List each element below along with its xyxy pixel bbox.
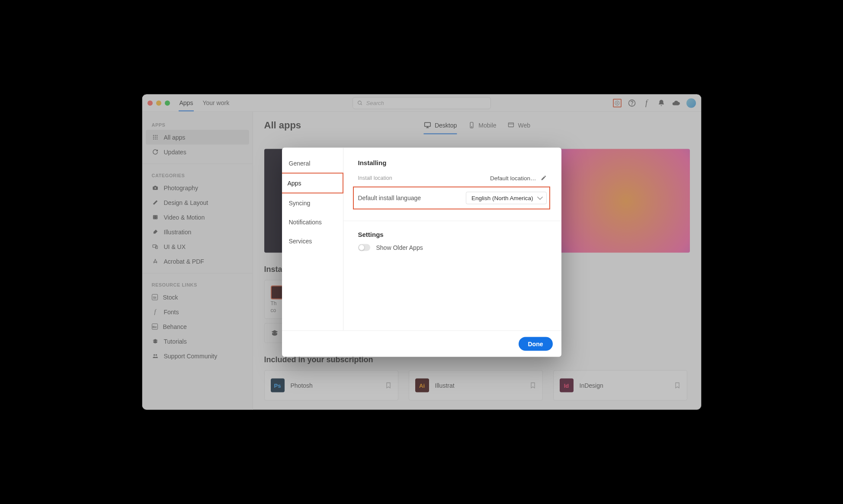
titlebar: Apps Your work f — [142, 95, 701, 112]
sidebar-item-tutorials[interactable]: Tutorials — [146, 334, 249, 349]
sidebar-item-label: UI & UX — [164, 243, 186, 250]
svg-point-4 — [631, 105, 632, 105]
close-window-icon[interactable] — [147, 100, 153, 105]
svg-line-1 — [361, 104, 362, 105]
svg-point-23 — [155, 354, 157, 356]
search-field[interactable] — [353, 97, 491, 109]
install-location-row: Install location Default location… — [358, 172, 547, 184]
app-card-indesign[interactable]: Id InDesign — [553, 370, 687, 401]
svg-rect-19 — [156, 218, 157, 218]
mobile-icon — [468, 122, 475, 129]
acrobat-icon — [152, 258, 159, 265]
bookmark-icon[interactable] — [529, 382, 536, 389]
help-icon[interactable] — [628, 99, 636, 107]
installed-text-1: Th — [271, 300, 277, 306]
devices-icon — [152, 243, 159, 250]
sidebar-item-video[interactable]: Video & Motion — [146, 210, 249, 225]
language-dropdown[interactable]: English (North America) — [466, 191, 547, 204]
sidebar-item-photography[interactable]: Photography — [146, 181, 249, 195]
svg-point-2 — [616, 102, 618, 104]
svg-rect-15 — [153, 215, 157, 219]
tab-desktop[interactable]: Desktop — [423, 121, 457, 134]
sidebar-item-behance[interactable]: BeBehance — [146, 319, 249, 334]
svg-rect-18 — [156, 216, 157, 217]
search-icon — [357, 100, 363, 106]
edit-pencil-icon[interactable] — [541, 175, 547, 181]
behance-icon: Be — [152, 324, 158, 330]
top-tabs: Apps Your work — [179, 95, 231, 112]
svg-point-12 — [154, 138, 155, 139]
tab-mobile[interactable]: Mobile — [468, 121, 496, 134]
graduation-icon — [271, 329, 279, 337]
show-older-toggle[interactable] — [358, 244, 370, 251]
cloud-icon[interactable] — [672, 99, 680, 107]
svg-point-10 — [156, 137, 157, 137]
install-location-label: Install location — [358, 175, 392, 181]
notifications-bell-icon[interactable] — [657, 99, 666, 107]
sidebar-item-all-apps[interactable]: All apps — [146, 130, 249, 145]
sidebar-item-label: Support Community — [164, 353, 218, 360]
header-actions: f — [613, 98, 696, 108]
sidebar-item-design[interactable]: Design & Layout — [146, 195, 249, 210]
app-card-illustrator[interactable]: Ai Illustrat — [409, 370, 543, 401]
svg-rect-17 — [154, 218, 154, 218]
tab-web[interactable]: Web — [508, 121, 531, 134]
svg-point-6 — [154, 135, 155, 136]
preferences-dialog: General Apps Syncing Notifications Servi… — [282, 147, 561, 357]
done-button[interactable]: Done — [519, 337, 553, 351]
minimize-window-icon[interactable] — [156, 100, 161, 105]
sidebar: APPS All apps Updates CATEGORIES Photogr… — [142, 112, 253, 410]
dialog-nav-notifications[interactable]: Notifications — [282, 212, 343, 231]
sidebar-item-label: Illustration — [164, 229, 192, 236]
dialog-nav-general[interactable]: General — [282, 153, 343, 172]
app-card-photoshop[interactable]: Ps Photosh — [264, 370, 398, 401]
tab-label: Mobile — [478, 122, 496, 129]
sidebar-item-support[interactable]: Support Community — [146, 349, 249, 364]
dialog-nav-syncing[interactable]: Syncing — [282, 193, 343, 212]
desktop-icon — [423, 121, 431, 129]
search-input[interactable] — [366, 100, 486, 106]
bookmark-icon[interactable] — [674, 382, 681, 389]
installed-text-2: co — [271, 307, 276, 313]
sidebar-item-label: Behance — [163, 323, 187, 330]
svg-rect-27 — [509, 123, 514, 127]
tab-your-work[interactable]: Your work — [202, 95, 230, 112]
settings-heading: Settings — [358, 230, 547, 238]
sidebar-item-label: Stock — [163, 294, 178, 301]
dialog-nav-apps[interactable]: Apps — [282, 172, 343, 193]
brush-icon — [152, 229, 159, 236]
sidebar-section-categories: CATEGORIES — [146, 169, 249, 181]
sidebar-item-label: Updates — [164, 149, 186, 156]
svg-point-14 — [154, 187, 156, 189]
fonts-icon[interactable]: f — [642, 99, 651, 107]
window-controls — [147, 100, 170, 105]
svg-rect-24 — [424, 123, 430, 127]
photoshop-icon: Ps — [271, 379, 285, 392]
sidebar-item-fonts[interactable]: fFonts — [146, 305, 249, 319]
svg-point-8 — [153, 137, 154, 137]
stock-icon: St — [152, 294, 158, 300]
sidebar-item-stock[interactable]: StStock — [146, 290, 249, 305]
language-value: English (North America) — [471, 195, 533, 201]
sidebar-item-uiux[interactable]: UI & UX — [146, 239, 249, 254]
svg-point-22 — [153, 354, 155, 356]
user-avatar[interactable] — [686, 98, 696, 108]
sidebar-item-label: Design & Layout — [164, 199, 208, 206]
sidebar-item-label: Tutorials — [164, 338, 187, 345]
sidebar-item-acrobat[interactable]: Acrobat & PDF — [146, 254, 249, 269]
svg-rect-16 — [154, 216, 154, 217]
app-name: InDesign — [580, 382, 603, 389]
bookmark-icon[interactable] — [385, 382, 392, 389]
sidebar-item-label: All apps — [164, 134, 186, 141]
default-language-row: Default install language English (North … — [353, 186, 550, 209]
sidebar-item-illustration[interactable]: Illustration — [146, 225, 249, 239]
refresh-icon — [152, 149, 159, 156]
settings-gear-icon[interactable] — [613, 99, 622, 107]
app-window: Apps Your work f APPS — [142, 95, 701, 410]
app-name: Photosh — [291, 382, 313, 389]
sidebar-item-updates[interactable]: Updates — [146, 145, 249, 159]
sidebar-item-label: Photography — [164, 185, 198, 191]
dialog-nav-services[interactable]: Services — [282, 231, 343, 250]
tab-apps[interactable]: Apps — [179, 95, 194, 112]
zoom-window-icon[interactable] — [165, 100, 170, 105]
